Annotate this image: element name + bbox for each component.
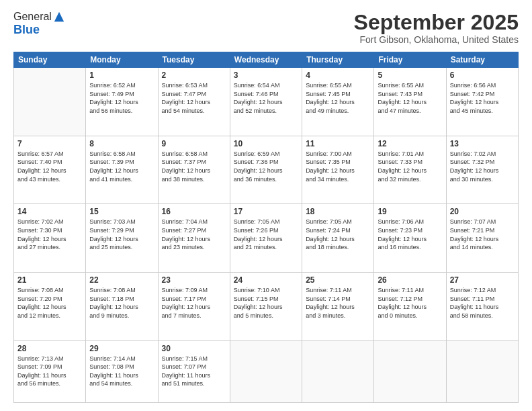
day-number: 30 (162, 344, 226, 353)
day-info: Sunrise: 7:01 AMSunset: 7:33 PMDaylight:… (378, 150, 442, 183)
day-info: Sunrise: 6:54 AMSunset: 7:46 PMDaylight:… (234, 81, 298, 115)
calendar-day-cell: 4Sunrise: 6:55 AMSunset: 7:45 PMDaylight… (302, 68, 374, 136)
logo-blue-text: Blue (13, 23, 65, 37)
day-number: 19 (378, 207, 442, 216)
calendar-week-row: 28Sunrise: 7:13 AMSunset: 7:09 PMDayligh… (14, 340, 519, 402)
calendar-day-cell (302, 340, 374, 402)
day-number: 13 (450, 139, 515, 148)
month-title: September 2025 (354, 11, 519, 34)
calendar-day-cell: 1Sunrise: 6:52 AMSunset: 7:49 PMDaylight… (86, 68, 158, 136)
calendar-day-header: Friday (374, 52, 446, 68)
day-number: 26 (378, 275, 442, 285)
day-number: 25 (306, 275, 370, 285)
day-number: 2 (162, 71, 226, 80)
day-number: 18 (306, 207, 370, 216)
day-info: Sunrise: 7:03 AMSunset: 7:29 PMDaylight:… (89, 218, 154, 251)
day-info: Sunrise: 7:00 AMSunset: 7:35 PMDaylight:… (306, 150, 370, 183)
day-number: 27 (450, 275, 515, 285)
day-info: Sunrise: 6:55 AMSunset: 7:45 PMDaylight:… (306, 81, 370, 115)
calendar-day-cell: 9Sunrise: 6:58 AMSunset: 7:37 PMDaylight… (158, 136, 230, 204)
day-number: 9 (162, 139, 226, 148)
day-number: 3 (234, 71, 298, 80)
calendar-day-header: Tuesday (158, 52, 230, 68)
calendar-day-cell: 19Sunrise: 7:06 AMSunset: 7:23 PMDayligh… (374, 204, 446, 273)
calendar-day-cell: 2Sunrise: 6:53 AMSunset: 7:47 PMDaylight… (158, 68, 230, 136)
calendar-week-row: 7Sunrise: 6:57 AMSunset: 7:40 PMDaylight… (14, 136, 519, 204)
calendar-day-header: Monday (86, 52, 158, 68)
calendar-day-header: Thursday (302, 52, 374, 68)
day-info: Sunrise: 6:52 AMSunset: 7:49 PMDaylight:… (89, 81, 154, 115)
calendar-week-row: 14Sunrise: 7:02 AMSunset: 7:30 PMDayligh… (14, 204, 519, 273)
day-number: 28 (17, 344, 82, 353)
day-info: Sunrise: 6:59 AMSunset: 7:36 PMDaylight:… (234, 150, 298, 183)
day-info: Sunrise: 7:11 AMSunset: 7:12 PMDaylight:… (378, 286, 442, 320)
calendar-table: SundayMondayTuesdayWednesdayThursdayFrid… (13, 52, 519, 403)
day-info: Sunrise: 7:05 AMSunset: 7:26 PMDaylight:… (234, 218, 298, 251)
calendar-day-cell (230, 340, 302, 402)
logo: General Blue (13, 11, 65, 37)
day-info: Sunrise: 6:57 AMSunset: 7:40 PMDaylight:… (17, 150, 82, 183)
day-info: Sunrise: 7:15 AMSunset: 7:07 PMDaylight:… (162, 355, 226, 388)
day-number: 17 (234, 207, 298, 216)
day-info: Sunrise: 7:14 AMSunset: 7:08 PMDaylight:… (89, 355, 154, 388)
day-info: Sunrise: 7:12 AMSunset: 7:11 PMDaylight:… (450, 286, 515, 320)
day-number: 8 (89, 139, 154, 148)
day-info: Sunrise: 6:58 AMSunset: 7:37 PMDaylight:… (162, 150, 226, 183)
day-number: 14 (17, 207, 82, 216)
calendar-day-cell: 5Sunrise: 6:55 AMSunset: 7:43 PMDaylight… (374, 68, 446, 136)
day-number: 15 (89, 207, 154, 216)
calendar-day-cell: 17Sunrise: 7:05 AMSunset: 7:26 PMDayligh… (230, 204, 302, 273)
calendar-day-cell (446, 340, 518, 402)
day-number: 20 (450, 207, 515, 216)
day-number: 21 (17, 275, 82, 285)
calendar-week-row: 1Sunrise: 6:52 AMSunset: 7:49 PMDaylight… (14, 68, 519, 136)
day-number: 1 (89, 71, 154, 80)
day-number: 11 (306, 139, 370, 148)
calendar-day-cell: 11Sunrise: 7:00 AMSunset: 7:35 PMDayligh… (302, 136, 374, 204)
calendar-day-cell (374, 340, 446, 402)
logo-icon (53, 11, 65, 23)
calendar-header-row: SundayMondayTuesdayWednesdayThursdayFrid… (14, 52, 519, 68)
calendar-day-cell: 3Sunrise: 6:54 AMSunset: 7:46 PMDaylight… (230, 68, 302, 136)
calendar-day-cell: 30Sunrise: 7:15 AMSunset: 7:07 PMDayligh… (158, 340, 230, 402)
calendar-day-cell: 6Sunrise: 6:56 AMSunset: 7:42 PMDaylight… (446, 68, 518, 136)
calendar-week-row: 21Sunrise: 7:08 AMSunset: 7:20 PMDayligh… (14, 273, 519, 341)
calendar-day-cell: 12Sunrise: 7:01 AMSunset: 7:33 PMDayligh… (374, 136, 446, 204)
calendar-day-cell: 27Sunrise: 7:12 AMSunset: 7:11 PMDayligh… (446, 273, 518, 341)
day-info: Sunrise: 7:02 AMSunset: 7:32 PMDaylight:… (450, 150, 515, 183)
day-info: Sunrise: 6:56 AMSunset: 7:42 PMDaylight:… (450, 81, 515, 115)
calendar-day-cell (14, 68, 86, 136)
calendar-day-cell: 26Sunrise: 7:11 AMSunset: 7:12 PMDayligh… (374, 273, 446, 341)
calendar-day-cell: 20Sunrise: 7:07 AMSunset: 7:21 PMDayligh… (446, 204, 518, 273)
day-info: Sunrise: 7:06 AMSunset: 7:23 PMDaylight:… (378, 218, 442, 251)
day-number: 6 (450, 71, 515, 80)
svg-marker-0 (54, 12, 64, 21)
day-info: Sunrise: 7:11 AMSunset: 7:14 PMDaylight:… (306, 286, 370, 320)
day-info: Sunrise: 7:08 AMSunset: 7:20 PMDaylight:… (17, 286, 82, 320)
day-info: Sunrise: 6:53 AMSunset: 7:47 PMDaylight:… (162, 81, 226, 115)
day-info: Sunrise: 7:13 AMSunset: 7:09 PMDaylight:… (17, 355, 82, 388)
calendar-day-cell: 15Sunrise: 7:03 AMSunset: 7:29 PMDayligh… (86, 204, 158, 273)
day-number: 29 (89, 344, 154, 353)
day-number: 16 (162, 207, 226, 216)
calendar-day-cell: 22Sunrise: 7:08 AMSunset: 7:18 PMDayligh… (86, 273, 158, 341)
header: General Blue September 2025 Fort Gibson,… (13, 11, 519, 45)
day-info: Sunrise: 6:58 AMSunset: 7:39 PMDaylight:… (89, 150, 154, 183)
day-info: Sunrise: 7:05 AMSunset: 7:24 PMDaylight:… (306, 218, 370, 251)
day-number: 22 (89, 275, 154, 285)
day-info: Sunrise: 7:04 AMSunset: 7:27 PMDaylight:… (162, 218, 226, 251)
day-info: Sunrise: 6:55 AMSunset: 7:43 PMDaylight:… (378, 81, 442, 115)
day-number: 12 (378, 139, 442, 148)
day-info: Sunrise: 7:02 AMSunset: 7:30 PMDaylight:… (17, 218, 82, 251)
title-block: September 2025 Fort Gibson, Oklahoma, Un… (354, 11, 519, 45)
day-info: Sunrise: 7:10 AMSunset: 7:15 PMDaylight:… (234, 286, 298, 320)
calendar-day-cell: 21Sunrise: 7:08 AMSunset: 7:20 PMDayligh… (14, 273, 86, 341)
calendar-day-cell: 18Sunrise: 7:05 AMSunset: 7:24 PMDayligh… (302, 204, 374, 273)
location: Fort Gibson, Oklahoma, United States (354, 34, 519, 45)
calendar-day-cell: 24Sunrise: 7:10 AMSunset: 7:15 PMDayligh… (230, 273, 302, 341)
day-number: 5 (378, 71, 442, 80)
calendar-day-header: Saturday (446, 52, 518, 68)
day-number: 4 (306, 71, 370, 80)
calendar-day-cell: 28Sunrise: 7:13 AMSunset: 7:09 PMDayligh… (14, 340, 86, 402)
day-number: 23 (162, 275, 226, 285)
